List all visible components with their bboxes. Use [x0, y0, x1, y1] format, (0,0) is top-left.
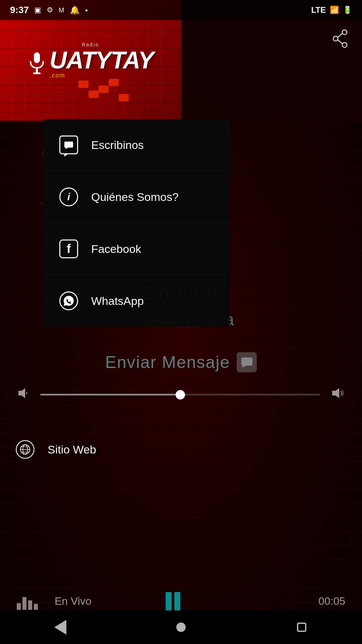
menu-item-facebook[interactable]: f Facebook [44, 223, 230, 275]
whatsapp-svg [63, 295, 75, 307]
menu-item-sitio-web[interactable]: Sitio Web [0, 431, 110, 468]
enviar-mensaje-text: Enviar Mensaje [105, 353, 230, 372]
dot-icon: ● [85, 7, 88, 13]
sitio-web-label: Sitio Web [48, 443, 96, 456]
back-icon [54, 620, 66, 635]
notification-icon: 🔔 [70, 5, 80, 15]
pause-bar-1 [166, 592, 172, 610]
svg-marker-17 [18, 388, 25, 398]
pause-button[interactable] [166, 592, 180, 610]
screen-icon: ▣ [34, 6, 41, 14]
volume-low-icon [17, 386, 30, 403]
home-icon [176, 623, 186, 632]
main-content: 9:37 ▣ ⚙ M 🔔 ● LTE 📶 🔋 [0, 0, 362, 644]
whatsapp-icon [59, 291, 78, 310]
escribinos-icon-wrap [57, 133, 80, 157]
playback-bar: En Vivo 00:05 [0, 592, 362, 610]
svg-marker-16 [242, 366, 246, 367]
facebook-icon: f [59, 239, 78, 258]
svg-marker-18 [332, 388, 339, 398]
info-icon: i [59, 187, 78, 206]
whatsapp-label: WhatsApp [91, 294, 144, 308]
volume-thumb[interactable] [176, 390, 185, 399]
svg-point-3 [342, 30, 347, 35]
enviar-mensaje-icon [237, 352, 257, 372]
en-vivo-label: En Vivo [55, 595, 92, 607]
escribinos-label: Escribinos [91, 139, 144, 152]
chat-svg [64, 141, 73, 149]
volume-high-icon [330, 386, 345, 404]
vol-low-svg [17, 386, 30, 400]
svg-line-6 [338, 34, 342, 37]
volume-section [0, 386, 362, 404]
menu-item-quienes-somos[interactable]: i Quiénes Somos? [44, 171, 230, 223]
globe-icon [16, 440, 35, 459]
recents-icon [297, 623, 306, 632]
pb-bar-3 [28, 600, 32, 610]
pb-bar-4 [34, 604, 38, 610]
globe-svg [19, 444, 31, 455]
nav-bar [0, 610, 362, 644]
globe-icon-wrap [13, 438, 37, 461]
quienes-somos-icon-wrap: i [57, 185, 80, 209]
dropdown-menu: Escribinos i Quiénes Somos? f Facebook [44, 119, 230, 327]
svg-rect-8 [64, 142, 73, 148]
audio-level-icon [17, 593, 38, 610]
lte-label: LTE [311, 5, 326, 15]
status-bar: 9:37 ▣ ⚙ M 🔔 ● LTE 📶 🔋 [0, 0, 362, 20]
share-button[interactable] [328, 27, 352, 50]
menu-item-whatsapp[interactable]: WhatsApp [44, 275, 230, 327]
volume-fill [40, 394, 180, 395]
signal-icon: 📶 [330, 6, 339, 14]
message-icon [241, 357, 253, 367]
home-button[interactable] [168, 614, 194, 641]
status-bar-right: LTE 📶 🔋 [311, 5, 352, 15]
status-time: 9:37 [10, 5, 29, 15]
battery-icon: 🔋 [343, 6, 352, 14]
svg-point-4 [333, 36, 338, 41]
facebook-icon-wrap: f [57, 237, 80, 261]
svg-line-7 [338, 40, 342, 44]
pb-bar-2 [22, 597, 26, 610]
facebook-label: Facebook [91, 243, 141, 256]
gmail-icon: M [59, 6, 64, 14]
enviar-mensaje-button[interactable]: Enviar Mensaje [0, 352, 362, 372]
chat-icon [59, 136, 78, 154]
back-button[interactable] [47, 614, 74, 641]
svg-rect-15 [241, 358, 252, 366]
status-bar-left: 9:37 ▣ ⚙ M 🔔 ● [10, 5, 88, 15]
quienes-somos-label: Quiénes Somos? [91, 191, 179, 204]
menu-item-escribinos[interactable]: Escribinos [44, 119, 230, 171]
share-icon [333, 30, 348, 48]
svg-point-5 [342, 43, 347, 47]
pb-bar-1 [17, 603, 21, 610]
recents-button[interactable] [288, 614, 315, 641]
volume-slider[interactable] [40, 394, 320, 395]
settings-icon: ⚙ [47, 6, 53, 14]
whatsapp-icon-wrap [57, 289, 80, 313]
pause-bar-2 [174, 592, 180, 610]
svg-marker-9 [65, 148, 68, 149]
vol-high-svg [330, 386, 345, 400]
playback-time: 00:05 [318, 595, 345, 607]
